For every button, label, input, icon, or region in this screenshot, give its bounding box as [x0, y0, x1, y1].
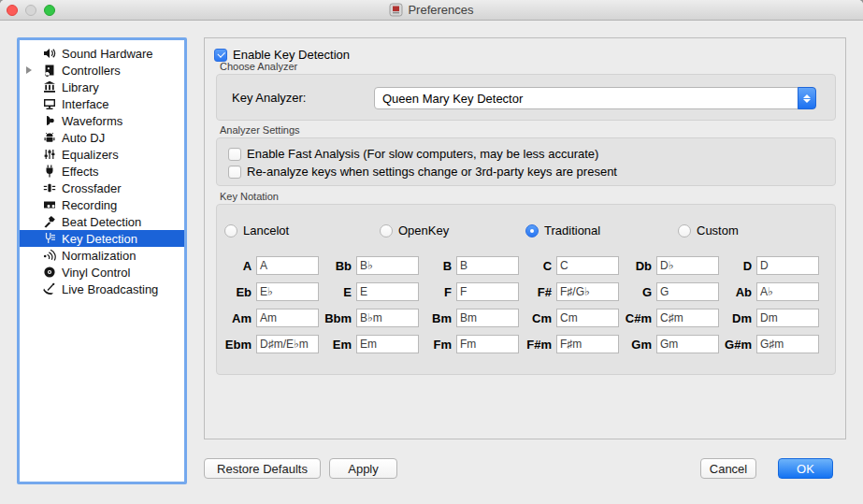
sidebar-item-label: Recording: [62, 198, 117, 212]
key-input[interactable]: C: [556, 256, 619, 275]
key-cell-C: CC: [519, 252, 619, 279]
sidebar-item-effects[interactable]: Effects: [20, 163, 184, 180]
key-input[interactable]: D: [756, 256, 819, 275]
key-input[interactable]: Cm: [556, 309, 619, 327]
key-input[interactable]: Dm: [756, 309, 819, 327]
key-cell-Db: DbD♭: [619, 252, 719, 279]
equalizer-icon: [42, 148, 56, 162]
key-input[interactable]: F♯m: [556, 335, 619, 353]
key-label: B: [419, 259, 452, 273]
key-input[interactable]: E: [356, 282, 419, 301]
key-cell-F: FF: [419, 279, 519, 305]
sidebar-item-label: Library: [62, 80, 99, 94]
cassette-icon: [42, 198, 56, 212]
key-input[interactable]: Fm: [456, 335, 519, 353]
key-analyzer-dropdown[interactable]: Queen Mary Key Detector: [374, 87, 816, 109]
reanalyze-keys-row[interactable]: Re-analyze keys when settings change or …: [228, 165, 617, 179]
radio-custom[interactable]: Custom: [678, 223, 739, 238]
key-cell-Cm: CmCm: [519, 305, 619, 331]
fast-analysis-checkbox[interactable]: [228, 148, 241, 161]
key-input[interactable]: E♭: [256, 282, 319, 301]
radio-traditional[interactable]: Traditional: [525, 223, 600, 238]
sidebar-item-label: Sound Hardware: [62, 47, 153, 61]
key-input[interactable]: G♯m: [756, 335, 819, 353]
key-label: F#: [519, 285, 552, 299]
key-label: Gm: [619, 338, 652, 352]
sidebar-item-sound-hardware[interactable]: Sound Hardware: [20, 45, 184, 62]
controller-icon: [42, 64, 56, 78]
sidebar-item-normalization[interactable]: Normalization: [20, 247, 184, 264]
sidebar-item-label: Waveforms: [62, 114, 122, 128]
enable-key-detection-label: Enable Key Detection: [233, 48, 350, 62]
sidebar-item-label: Live Broadcasting: [62, 282, 158, 296]
radio-lancelot[interactable]: Lancelot: [224, 223, 289, 238]
key-cell-Bb: BbB♭: [319, 252, 419, 279]
key-input[interactable]: Em: [356, 335, 419, 353]
plug-icon: [42, 165, 56, 179]
key-input[interactable]: A: [256, 256, 319, 275]
sidebar-item-vinyl-control[interactable]: Vinyl Control: [20, 264, 184, 281]
sidebar-item-interface[interactable]: Interface: [20, 95, 184, 112]
key-label: Em: [319, 338, 352, 352]
disclosure-triangle-icon[interactable]: [26, 66, 32, 74]
key-cell-G: GG: [619, 279, 719, 305]
key-input[interactable]: Bm: [456, 309, 519, 327]
key-cell-Gm: GmGm: [619, 331, 719, 357]
enable-key-detection-checkbox[interactable]: [214, 49, 227, 62]
key-label: Cm: [519, 311, 552, 325]
enable-key-detection-row[interactable]: Enable Key Detection: [214, 48, 350, 62]
reanalyze-keys-checkbox[interactable]: [228, 166, 241, 179]
key-input[interactable]: D♯m/E♭m: [256, 335, 319, 353]
key-label: E: [319, 285, 352, 299]
sidebar-item-recording[interactable]: Recording: [20, 196, 184, 213]
key-label: Bm: [419, 311, 452, 325]
minimize-button[interactable]: [25, 5, 36, 16]
key-label: Ebm: [219, 338, 252, 352]
key-input[interactable]: Gm: [656, 335, 719, 353]
key-cell-Fsharpm: F#mF♯m: [519, 331, 619, 357]
key-input[interactable]: F♯/G♭: [556, 282, 619, 301]
sidebar-item-controllers[interactable]: Controllers: [20, 62, 184, 79]
sidebar-item-beat-detection[interactable]: Beat Detection: [20, 213, 184, 230]
key-input[interactable]: B♭: [356, 256, 419, 275]
apply-button[interactable]: Apply: [329, 458, 397, 479]
sidebar-item-auto-dj[interactable]: Auto DJ: [20, 129, 184, 146]
cancel-button[interactable]: Cancel: [700, 458, 756, 479]
choose-analyzer-group: Key Analyzer: Queen Mary Key Detector: [216, 74, 836, 121]
sidebar-item-equalizers[interactable]: Equalizers: [20, 146, 184, 163]
traditional-radio-button[interactable]: [525, 224, 539, 238]
app-icon: [389, 3, 403, 17]
key-label: Bb: [319, 259, 352, 273]
key-input[interactable]: D♭: [656, 256, 719, 275]
sidebar-item-waveforms[interactable]: Waveforms: [20, 112, 184, 129]
close-button[interactable]: [7, 5, 18, 16]
restore-defaults-button[interactable]: Restore Defaults: [204, 458, 321, 479]
sidebar-item-live-broadcasting[interactable]: Live Broadcasting: [20, 281, 184, 297]
custom-radio-button[interactable]: [678, 224, 691, 238]
ok-button[interactable]: OK: [778, 458, 833, 479]
custom-label: Custom: [697, 223, 739, 238]
key-notation-grid: AA BbB♭ BB CC DbD♭ DD EbE♭ EE FF F#F♯/G♭…: [219, 252, 819, 357]
key-label: F#m: [519, 338, 552, 352]
key-input[interactable]: C♯m: [656, 309, 719, 327]
dropdown-stepper-icon: [798, 87, 816, 109]
radio-openkey[interactable]: OpenKey: [380, 223, 449, 238]
sidebar-item-label: Auto DJ: [62, 131, 105, 145]
sidebar-item-label: Crossfader: [62, 181, 122, 195]
openkey-radio-button[interactable]: [380, 224, 393, 238]
key-input[interactable]: B: [456, 256, 519, 275]
key-label: Fm: [419, 338, 452, 352]
key-input[interactable]: F: [456, 282, 519, 301]
key-label: F: [419, 285, 452, 299]
key-input[interactable]: Am: [256, 309, 319, 327]
sidebar-item-key-detection[interactable]: Key Detection: [20, 230, 184, 247]
fast-analysis-row[interactable]: Enable Fast Analysis (For slow computers…: [228, 147, 598, 161]
sidebar-item-library[interactable]: Library: [20, 79, 184, 95]
sidebar-item-crossfader[interactable]: Crossfader: [20, 180, 184, 196]
zoom-button[interactable]: [44, 5, 55, 16]
speaker-icon: [42, 47, 56, 61]
key-input[interactable]: B♭m: [356, 309, 419, 327]
key-input[interactable]: G: [656, 282, 719, 301]
lancelot-radio-button[interactable]: [224, 224, 237, 238]
key-input[interactable]: A♭: [756, 282, 819, 301]
